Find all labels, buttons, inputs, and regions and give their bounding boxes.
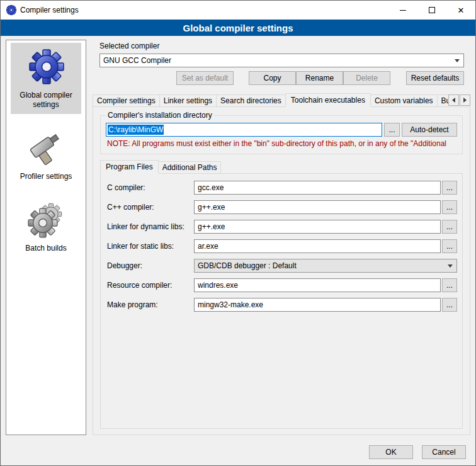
gray-gears-icon — [26, 199, 66, 239]
window-title: Compiler settings — [20, 6, 79, 14]
dialog-body: Global compiler settings Profiler s — [1, 36, 475, 439]
chevron-down-icon — [444, 259, 456, 272]
bin-subdirectory-note: NOTE: All programs must exist either in … — [107, 139, 457, 148]
debugger-label: Debugger: — [107, 261, 194, 270]
delete-button[interactable]: Delete — [343, 71, 390, 85]
maximize-button[interactable] — [417, 1, 446, 20]
reset-defaults-button[interactable]: Reset defaults — [406, 71, 464, 85]
app-gear-icon — [6, 5, 16, 15]
tab-scroll-right-button[interactable] — [460, 94, 470, 106]
sidebar-item-label: Batch builds — [25, 244, 66, 253]
dynamic-linker-browse-button[interactable]: ... — [442, 220, 457, 234]
settings-category-list: Global compiler settings Profiler s — [6, 40, 86, 435]
tab-compiler-settings[interactable]: Compiler settings — [93, 94, 160, 107]
ok-button[interactable]: OK — [369, 445, 413, 459]
compiler-select-value: GNU GCC Compiler — [103, 56, 171, 65]
program-files-tab-strip: Program Files Additional Paths — [100, 161, 463, 174]
field-row-cpp-compiler: C++ compiler: ... — [101, 200, 462, 214]
arrow-left-icon — [452, 98, 455, 103]
installation-directory-browse-button[interactable]: ... — [384, 123, 400, 137]
c-compiler-browse-button[interactable]: ... — [442, 181, 457, 195]
static-linker-input[interactable] — [194, 239, 441, 253]
make-program-input[interactable] — [194, 298, 441, 312]
dialog-footer: OK Cancel — [1, 439, 475, 465]
installation-directory-group-title: Compiler's installation directory — [106, 111, 214, 120]
blue-gear-icon — [26, 46, 66, 86]
field-row-c-compiler: C compiler: ... — [101, 181, 462, 195]
field-row-resource-compiler: Resource compiler: ... — [101, 278, 462, 292]
dynamic-linker-input[interactable] — [194, 220, 441, 234]
resource-compiler-label: Resource compiler: — [107, 281, 194, 290]
installation-directory-row: C:\raylib\MinGW ... Auto-detect — [106, 123, 457, 137]
c-compiler-input[interactable] — [194, 181, 441, 195]
title-bar: Compiler settings ✕ — [1, 1, 475, 20]
make-program-label: Make program: — [107, 300, 194, 309]
minimize-icon — [400, 10, 406, 11]
installation-directory-value: C:\raylib\MinGW — [108, 125, 164, 135]
cpp-compiler-label: C++ compiler: — [107, 203, 194, 212]
main-content: Selected compiler GNU GCC Compiler Set a… — [93, 40, 470, 435]
installation-directory-input[interactable]: C:\raylib\MinGW — [106, 123, 382, 137]
tab-custom-variables[interactable]: Custom variables — [370, 94, 438, 107]
resource-compiler-input[interactable] — [194, 278, 441, 292]
rename-button[interactable]: Rename — [296, 71, 343, 85]
tab-program-files[interactable]: Program Files — [100, 160, 159, 174]
sidebar-item-global-compiler-settings[interactable]: Global compiler settings — [11, 43, 81, 114]
resource-compiler-browse-button[interactable]: ... — [442, 278, 457, 292]
sidebar-item-label: Global compiler settings — [14, 91, 77, 110]
close-button[interactable]: ✕ — [446, 1, 475, 20]
field-row-static-linker: Linker for static libs: ... — [101, 239, 462, 253]
selected-compiler-label: Selected compiler — [99, 42, 470, 50]
minimize-button[interactable] — [388, 1, 417, 20]
set-as-default-button[interactable]: Set as default — [176, 71, 234, 85]
compiler-actions: Set as default Copy Rename Delete Reset … — [99, 71, 464, 85]
field-row-debugger: Debugger: GDB/CDB debugger : Default — [101, 259, 462, 273]
compiler-settings-dialog: Compiler settings ✕ Global compiler sett… — [0, 0, 476, 466]
tab-scroll-left-button[interactable] — [448, 94, 459, 106]
page-title: Global compiler settings — [1, 20, 475, 36]
sidebar-item-label: Profiler settings — [20, 172, 72, 181]
tab-toolchain-executables[interactable]: Toolchain executables — [285, 93, 371, 107]
settings-tab-strip: Compiler settings Linker settings Search… — [93, 93, 470, 107]
tab-linker-settings[interactable]: Linker settings — [159, 94, 217, 107]
dynamic-linker-label: Linker for dynamic libs: — [107, 222, 194, 231]
sidebar-item-profiler-settings[interactable]: Profiler settings — [11, 124, 81, 186]
compiler-select[interactable]: GNU GCC Compiler — [99, 54, 464, 67]
window-controls: ✕ — [388, 1, 475, 20]
auto-detect-button[interactable]: Auto-detect — [402, 123, 457, 137]
static-linker-label: Linker for static libs: — [107, 242, 194, 251]
field-row-dynamic-linker: Linker for dynamic libs: ... — [101, 220, 462, 234]
cpp-compiler-input[interactable] — [194, 200, 441, 214]
maximize-icon — [429, 7, 435, 13]
tab-search-directories[interactable]: Search directories — [216, 94, 286, 107]
tab-additional-paths[interactable]: Additional Paths — [158, 161, 222, 174]
static-linker-browse-button[interactable]: ... — [442, 239, 457, 253]
make-program-browse-button[interactable]: ... — [442, 298, 457, 312]
cpp-compiler-browse-button[interactable]: ... — [442, 200, 457, 214]
toolchain-executables-panel: Compiler's installation directory C:\ray… — [93, 106, 470, 435]
close-icon: ✕ — [458, 6, 465, 14]
debugger-select-value: GDB/CDB debugger : Default — [198, 261, 297, 270]
c-compiler-label: C compiler: — [107, 183, 194, 192]
cancel-button[interactable]: Cancel — [422, 445, 466, 459]
copy-button[interactable]: Copy — [249, 71, 296, 85]
profiler-tool-icon — [26, 127, 66, 168]
program-files-panel: C compiler: ... C++ compiler: ... Linker… — [100, 173, 463, 429]
field-row-make-program: Make program: ... — [101, 298, 462, 312]
tab-scroll-controls — [448, 94, 470, 106]
sidebar-item-batch-builds[interactable]: Batch builds — [11, 196, 81, 258]
installation-directory-group: Compiler's installation directory C:\ray… — [100, 115, 463, 154]
arrow-right-icon — [463, 98, 467, 103]
chevron-down-icon — [451, 54, 463, 67]
debugger-select[interactable]: GDB/CDB debugger : Default — [194, 259, 457, 273]
program-files-section: Program Files Additional Paths C compile… — [100, 161, 463, 435]
